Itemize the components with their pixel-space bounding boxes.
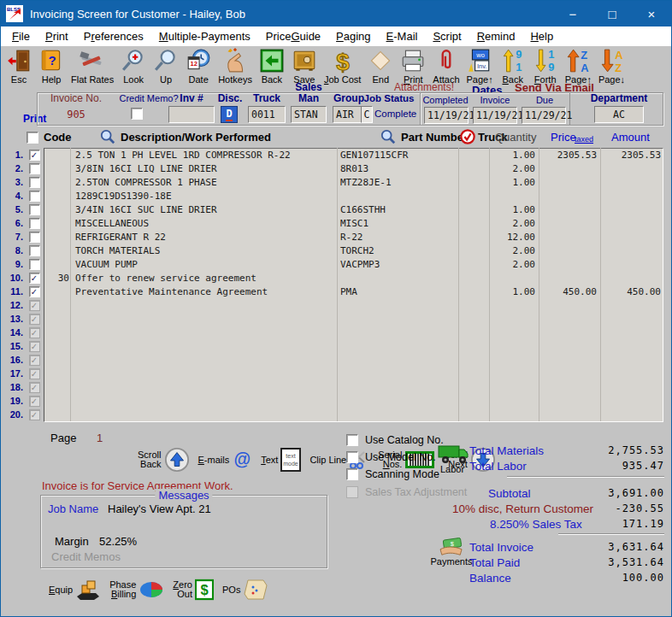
row-part-number[interactable]: PMA [338, 285, 459, 298]
row-amount[interactable] [601, 298, 663, 312]
row-code[interactable] [44, 367, 71, 380]
credit-memo-checkbox[interactable] [131, 108, 143, 120]
row-amount[interactable] [601, 271, 663, 285]
row-price[interactable] [539, 380, 601, 394]
toolbar-back-green-arrow[interactable]: Back [256, 48, 288, 85]
toolbar-door[interactable]: Esc [3, 48, 35, 85]
row-print-checkbox[interactable] [29, 163, 40, 174]
row-price[interactable] [539, 408, 601, 421]
row-description[interactable] [71, 298, 338, 312]
row-price[interactable] [539, 216, 601, 230]
row-code[interactable]: 30 [44, 271, 71, 285]
row-price[interactable] [539, 339, 601, 353]
row-print-checkbox[interactable] [29, 259, 40, 270]
row-price[interactable] [539, 162, 601, 175]
toolbar-sort-az-down[interactable]: AZPage↓ [595, 48, 628, 85]
row-truck[interactable] [459, 148, 490, 162]
row-truck[interactable] [459, 394, 490, 408]
row-truck[interactable] [459, 162, 490, 175]
row-price[interactable] [539, 326, 601, 339]
row-description[interactable]: 3/8IN 16CI LIQ LINE DRIER [71, 162, 338, 175]
row-description[interactable] [71, 339, 338, 353]
menu-help[interactable]: Help [522, 30, 561, 43]
row-quantity[interactable]: 2.00 [490, 216, 539, 230]
row-part-number[interactable] [338, 408, 459, 421]
row-code[interactable] [44, 189, 71, 203]
row-truck[interactable] [459, 285, 490, 298]
row-amount[interactable] [601, 394, 663, 408]
row-part-number[interactable] [338, 326, 459, 339]
row-part-number[interactable] [338, 367, 459, 380]
toolbar-sort-za-up[interactable]: ZAPage↑ [562, 48, 595, 85]
row-description[interactable]: 1289C19DS1390-18E [71, 189, 338, 203]
row-truck[interactable] [459, 271, 490, 285]
row-truck[interactable] [459, 312, 490, 326]
row-quantity[interactable] [490, 339, 539, 353]
row-amount[interactable] [601, 353, 663, 367]
row-truck[interactable] [459, 339, 490, 353]
row-price[interactable] [539, 189, 601, 203]
row-quantity[interactable]: 1.00 [490, 203, 539, 216]
row-code[interactable] [44, 298, 71, 312]
search-icon[interactable] [100, 129, 115, 144]
row-amount[interactable] [601, 312, 663, 326]
row-amount[interactable] [601, 203, 663, 216]
row-print-checkbox[interactable]: ✓ [29, 409, 40, 420]
row-amount[interactable] [601, 326, 663, 339]
row-amount[interactable] [601, 162, 663, 175]
row-print-checkbox[interactable] [29, 232, 40, 243]
row-print-checkbox[interactable]: ✓ [29, 382, 40, 393]
row-part-number[interactable]: MTZ28JE-1 [338, 175, 459, 189]
row-price[interactable] [539, 203, 601, 216]
menu-print[interactable]: Print [38, 30, 76, 43]
toolbar-safe[interactable]: Save [288, 48, 321, 85]
row-description[interactable] [71, 353, 338, 367]
row-quantity[interactable] [490, 312, 539, 326]
print-all-checkbox[interactable] [27, 132, 38, 144]
toolbar-scroll-forth-19[interactable]: 19Forth [529, 48, 562, 85]
disc-field[interactable]: D [221, 106, 238, 123]
row-code[interactable] [44, 285, 71, 298]
row-part-number[interactable]: GEN107115CFR [338, 148, 459, 162]
row-print-checkbox[interactable]: ✓ [29, 273, 40, 284]
row-truck[interactable] [459, 203, 490, 216]
row-code[interactable] [44, 203, 71, 216]
row-print-checkbox[interactable]: ✓ [29, 300, 40, 311]
row-part-number[interactable]: R-22 [338, 230, 459, 244]
row-amount[interactable] [601, 230, 663, 244]
row-part-number[interactable]: MISC1 [338, 216, 459, 230]
row-quantity[interactable]: 2.00 [490, 162, 539, 175]
row-price[interactable] [539, 257, 601, 271]
row-print-checkbox[interactable]: ✓ [29, 286, 40, 297]
toolbar-printer[interactable]: Print [397, 48, 429, 85]
toolbar-scroll-back-91[interactable]: 91Back [497, 48, 529, 85]
row-print-checkbox[interactable] [29, 177, 40, 188]
row-code[interactable] [44, 380, 71, 394]
row-code[interactable] [44, 148, 71, 162]
row-quantity[interactable] [490, 380, 539, 394]
row-description[interactable]: MISCELLANEOUS [71, 216, 338, 230]
row-amount[interactable] [601, 244, 663, 257]
row-truck[interactable] [459, 244, 490, 257]
row-part-number[interactable] [338, 394, 459, 408]
row-price[interactable]: 450.00 [539, 285, 601, 298]
row-quantity[interactable]: 2.00 [490, 244, 539, 257]
row-description[interactable]: VACUUM PUMP [71, 257, 338, 271]
row-quantity[interactable]: 12.00 [490, 230, 539, 244]
close-button[interactable]: × [632, 1, 671, 26]
row-truck[interactable] [459, 298, 490, 312]
job-status-code-field[interactable]: C [361, 106, 373, 123]
row-print-checkbox[interactable]: ✓ [29, 341, 40, 352]
row-code[interactable] [44, 312, 71, 326]
row-description[interactable]: Preventative Maintenance Agreement [71, 285, 338, 298]
toolbar-calendar-clock[interactable]: 12Date [182, 48, 215, 85]
row-print-checkbox[interactable] [29, 191, 40, 202]
row-price[interactable]: 2305.53 [539, 148, 601, 162]
row-amount[interactable]: 2305.53 [601, 148, 663, 162]
row-price[interactable] [539, 312, 601, 326]
row-amount[interactable] [601, 380, 663, 394]
row-part-number[interactable]: 8R013 [338, 162, 459, 175]
toolbar-magnifier[interactable]: Up [150, 48, 182, 85]
row-quantity[interactable] [490, 408, 539, 421]
row-print-checkbox[interactable]: ✓ [29, 150, 40, 161]
